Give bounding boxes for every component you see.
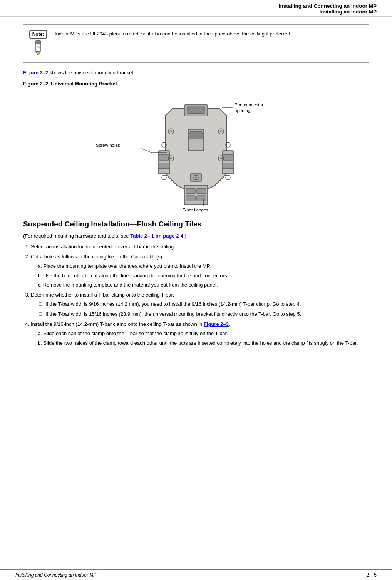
- header-title-line2: Installing an Indoor MP: [15, 9, 377, 15]
- step-2c: Remove the mounting template and the mat…: [38, 281, 369, 289]
- svg-rect-9: [188, 106, 204, 114]
- section-intro: (For required mounting hardware and tool…: [23, 232, 369, 240]
- bracket-diagram-svg: Port connector opening Screw holes T-bar…: [84, 93, 308, 212]
- table-2-1-link[interactable]: Table 2– 1 on page 2-4: [130, 233, 183, 239]
- svg-point-33: [195, 177, 197, 179]
- step-4-text: Install the 9/16-inch (14.2-mm) T-bar cl…: [31, 321, 204, 327]
- svg-point-37: [226, 175, 230, 180]
- pencil-icon: [32, 40, 44, 57]
- note-icon-wrap: Note:: [27, 30, 49, 57]
- step-2-sub: Place the mounting template over the are…: [38, 262, 369, 288]
- svg-point-7: [38, 42, 39, 43]
- steps-list: Select an installation location centered…: [31, 243, 369, 347]
- figure-diagram: Port connector opening Screw holes T-bar…: [23, 93, 369, 216]
- svg-rect-15: [223, 163, 233, 169]
- note-box: Note: Indoor MPs are UL2043 plenum rated: [23, 24, 369, 63]
- step-4a: Slide each half of the clamp onto the T-…: [38, 330, 369, 337]
- svg-rect-13: [222, 151, 234, 174]
- svg-point-28: [220, 157, 222, 159]
- svg-line-42: [141, 149, 152, 153]
- step-1-text: Select an installation location centered…: [31, 244, 175, 250]
- svg-rect-12: [159, 163, 169, 169]
- step-2: Cut a hole as follows in the ceiling til…: [31, 253, 369, 289]
- figure-ref-after: shows the universal mounting bracket.: [48, 70, 135, 75]
- svg-point-22: [170, 130, 172, 132]
- svg-rect-20: [197, 196, 206, 201]
- step-2-text: Cut a hole as follows in the ceiling til…: [31, 254, 164, 260]
- step-4-sub: Slide each half of the clamp onto the T-…: [38, 330, 369, 347]
- page-header: Installing and Connecting an Indoor MP I…: [0, 0, 392, 17]
- svg-point-36: [162, 175, 166, 180]
- svg-text:Port connector: Port connector: [235, 102, 263, 107]
- page-content: Note: Indoor MPs are UL2043 plenum rated: [0, 17, 392, 381]
- intro-after: .): [183, 233, 186, 239]
- svg-rect-18: [197, 188, 206, 194]
- svg-text:Screw holes: Screw holes: [96, 143, 120, 148]
- svg-rect-10: [158, 151, 170, 174]
- svg-marker-2: [36, 52, 40, 55]
- figure-caption-label: Figure 2–2.: [23, 81, 50, 87]
- step-3: Determine whether to install a T-bar cla…: [31, 291, 369, 318]
- svg-point-24: [170, 157, 172, 159]
- step-3-bullet-1: If the T-bar width is 9/16 inches (14.2 …: [39, 300, 369, 308]
- svg-rect-14: [223, 154, 233, 160]
- figure-2-2-link[interactable]: Figure 2–2: [23, 70, 48, 75]
- footer-left-text: Installing and Connecting an Indoor MP: [15, 572, 96, 578]
- footer-right-text: 2 – 5: [366, 572, 377, 578]
- header-title-line1: Installing and Connecting an Indoor MP: [15, 3, 377, 9]
- svg-rect-30: [190, 131, 202, 139]
- step-4b: Slide the two halves of the clamp toward…: [38, 339, 369, 347]
- figure-2-3-link[interactable]: Figure 2–3: [204, 321, 229, 327]
- note-text: Indoor MPs are UL2043 plenum rated, so i…: [55, 30, 365, 38]
- step-3-bullet-2: If the T-bar width is 15/16 inches (23.9…: [39, 310, 369, 318]
- step-1: Select an installation location centered…: [31, 243, 369, 251]
- step-4-period: .: [229, 321, 230, 327]
- step-3-bullets: If the T-bar width is 9/16 inches (14.2 …: [39, 300, 369, 318]
- svg-text:T-bar flanges: T-bar flanges: [183, 208, 208, 212]
- svg-point-26: [220, 130, 222, 132]
- svg-rect-17: [186, 188, 195, 194]
- step-3-text: Determine whether to install a T-bar cla…: [31, 292, 174, 298]
- figure-ref-text: Figure 2–2 shows the universal mounting …: [23, 70, 369, 75]
- figure-caption-title: Universal Mounting Bracket: [50, 81, 117, 87]
- intro-before: (For required mounting hardware and tool…: [23, 233, 130, 239]
- step-2b: Use the box cutter to cut along the line…: [38, 272, 369, 280]
- svg-text:opening: opening: [235, 108, 250, 113]
- figure-caption: Figure 2–2. Universal Mounting Bracket: [23, 81, 369, 87]
- note-label: Note:: [29, 30, 47, 39]
- svg-rect-11: [159, 154, 169, 160]
- step-2a: Place the mounting template over the are…: [38, 262, 369, 270]
- svg-rect-19: [186, 196, 195, 201]
- section-heading: Suspended Ceiling Installation—Flush Cei…: [23, 220, 369, 228]
- step-4: Install the 9/16-inch (14.2-mm) T-bar cl…: [31, 320, 369, 347]
- page-footer: Installing and Connecting an Indoor MP 2…: [0, 569, 392, 580]
